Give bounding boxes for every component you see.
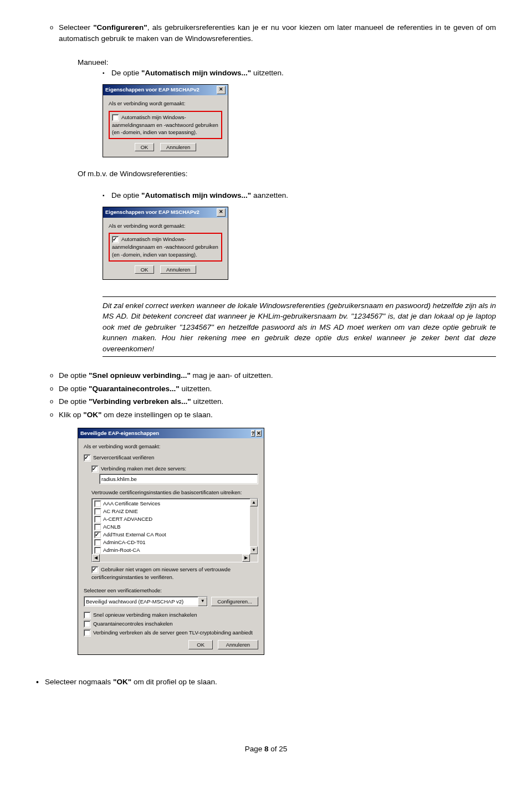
ca-list-item[interactable]: A-CERT ADVANCED bbox=[92, 515, 258, 523]
text-bold: "Quarantainecontroles..." bbox=[89, 385, 180, 393]
label-manueel: Manueel: bbox=[78, 57, 496, 68]
ok-button[interactable]: OK bbox=[135, 265, 155, 274]
checkbox-label: Servercertificaat verifiëren bbox=[93, 454, 154, 460]
checkbox-label: Gebruiker niet vragen om nieuwe servers … bbox=[91, 566, 231, 580]
text-bold: "Automatisch mijn windows..." bbox=[141, 191, 251, 199]
text-bold: "OK" bbox=[113, 678, 131, 686]
close-icon[interactable]: ✕ bbox=[256, 430, 262, 437]
trusted-ca-listbox[interactable]: AAA Certificate ServicesAC RAIZ DNIEA-CE… bbox=[91, 498, 258, 562]
verif-method-label: Selecteer een verificatiemethode: bbox=[84, 587, 258, 595]
text-bold: "Verbinding verbreken als..." bbox=[89, 397, 191, 406]
scroll-corner bbox=[250, 554, 258, 562]
bullet-selecteeer-configureren: o Selecteer "Configureren", als gebruike… bbox=[50, 22, 496, 44]
highlighted-option: Automatisch mijn Windows-aanmeldingsnaam… bbox=[109, 111, 222, 140]
checkbox-auto-windows[interactable] bbox=[112, 236, 119, 243]
checkbox-snel-opnieuw[interactable] bbox=[84, 612, 91, 619]
server-input[interactable]: radius.khlim.be bbox=[99, 474, 258, 484]
text: De optie bbox=[111, 69, 141, 77]
dialog-title: Beveiligde EAP-eigenschappen bbox=[80, 429, 159, 437]
checkbox-ca-item[interactable] bbox=[94, 500, 101, 508]
ca-item-label: AdminCA-CD-T01 bbox=[103, 539, 146, 545]
checkbox-niet-vragen[interactable] bbox=[91, 566, 99, 573]
text: De optie bbox=[111, 191, 141, 199]
note-text: Dit zal enkel correct werken wanneer de … bbox=[103, 300, 496, 355]
text-line: De optie "Automatisch mijn windows..." a… bbox=[111, 190, 496, 201]
label-ofmbv: Of m.b.v. de Windowsreferenties: bbox=[78, 168, 496, 180]
cancel-button[interactable]: Annuleren bbox=[218, 640, 258, 649]
checkbox-quarantaine[interactable] bbox=[84, 621, 91, 628]
checkbox-ca-item[interactable] bbox=[94, 547, 101, 554]
bullet-selecteer-nogmaals-ok: • Selecteer nogmaals "OK" om dit profiel… bbox=[36, 677, 496, 688]
checkbox-auto-windows[interactable] bbox=[112, 114, 119, 121]
dialog-header-text: Als er verbinding wordt gemaakt: bbox=[109, 222, 222, 230]
ca-list-item[interactable]: AC RAIZ DNIE bbox=[92, 508, 258, 515]
text-bold: "Snel opnieuw verbinding..." bbox=[89, 371, 191, 380]
close-icon[interactable]: ✕ bbox=[217, 86, 226, 94]
ok-button[interactable]: OK bbox=[135, 143, 155, 151]
checkbox-label: Verbinding verbreken als de server geen … bbox=[93, 629, 253, 636]
cancel-button[interactable]: Annuleren bbox=[160, 265, 196, 274]
text: uitzetten. bbox=[180, 385, 212, 393]
ca-list-item[interactable]: AddTrust External CA Root bbox=[92, 531, 258, 539]
checkbox-tlv[interactable] bbox=[84, 629, 91, 637]
dialog-header-text: Als er verbinding wordt gemaakt: bbox=[84, 443, 258, 450]
help-icon[interactable]: ? bbox=[251, 430, 255, 437]
verif-method-dropdown[interactable]: Beveiligd wachtwoord (EAP-MSCHAP v2) ▼ bbox=[84, 596, 208, 607]
ca-item-label: AAA Certificate Services bbox=[103, 500, 160, 506]
footer-page-num: 8 bbox=[264, 745, 269, 753]
footer-text: of bbox=[269, 745, 279, 753]
cancel-button[interactable]: Annuleren bbox=[160, 143, 196, 151]
checkbox-ca-item[interactable] bbox=[94, 516, 101, 523]
checkbox-ca-item[interactable] bbox=[94, 508, 101, 515]
text: De optie bbox=[59, 385, 89, 393]
dialog-titlebar: Beveiligde EAP-eigenschappen ?✕ bbox=[78, 428, 264, 438]
bullet-verbinding-verbreken: o De optie "Verbinding verbreken als..."… bbox=[50, 396, 496, 407]
text-bold: "Automatisch mijn windows..." bbox=[141, 69, 251, 77]
dropdown-value: Beveiligd wachtwoord (EAP-MSCHAP v2) bbox=[84, 598, 198, 606]
ok-button[interactable]: OK bbox=[188, 640, 213, 649]
text: De optie bbox=[59, 397, 89, 406]
checkbox-verbinding-servers[interactable] bbox=[91, 465, 99, 473]
checkbox-label: Automatisch mijn Windows-aanmeldingsnaam… bbox=[112, 114, 218, 136]
bullet-marker-o: o bbox=[50, 396, 59, 407]
checkbox-servercert[interactable] bbox=[84, 454, 91, 462]
ca-list-item[interactable]: ACNLB bbox=[92, 523, 258, 531]
text: Selecteer nogmaals bbox=[45, 678, 113, 686]
scroll-down-icon[interactable]: ▼ bbox=[250, 546, 258, 554]
highlighted-option: Automatisch mijn Windows-aanmeldingsnaam… bbox=[109, 233, 222, 262]
ca-list-item[interactable]: Admin-Root-CA bbox=[92, 546, 258, 554]
trusted-ca-label: Vertrouwde certificeringsinstanties die … bbox=[91, 489, 258, 496]
close-icon[interactable]: ✕ bbox=[217, 208, 226, 217]
text: mag je aan- of uitzetten. bbox=[191, 371, 273, 380]
scrollbar-horizontal[interactable]: ◀ ▶ bbox=[92, 554, 258, 562]
checkbox-ca-item[interactable] bbox=[94, 539, 101, 546]
scroll-up-icon[interactable]: ▲ bbox=[250, 499, 258, 506]
scrollbar-vertical[interactable]: ▲ ▼ bbox=[250, 499, 258, 554]
checkbox-ca-item[interactable] bbox=[94, 531, 101, 539]
dialog-titlebar: Eigenschappen voor EAP MSCHAPv2 ✕ bbox=[103, 207, 228, 218]
ca-list-item[interactable]: AAA Certificate Services bbox=[92, 500, 258, 508]
scroll-right-icon[interactable]: ▶ bbox=[242, 554, 250, 562]
separator bbox=[103, 356, 496, 357]
checkbox-ca-item[interactable] bbox=[94, 524, 101, 531]
configure-button[interactable]: Configureren... bbox=[211, 597, 258, 607]
scroll-left-icon[interactable]: ◀ bbox=[92, 554, 100, 562]
bullet-marker-o: o bbox=[50, 409, 59, 421]
text-bold: "OK" bbox=[83, 411, 101, 419]
bullet-marker-o: o bbox=[50, 383, 59, 395]
paragraph: Selecteer "Configureren", als gebruikers… bbox=[59, 22, 496, 44]
text: om dit profiel op te slaan. bbox=[131, 678, 217, 686]
ca-list-item[interactable]: AdminCA-CD-T01 bbox=[92, 539, 258, 546]
bullet-marker-dot: • bbox=[36, 677, 45, 688]
dialog-eap-mschap-checked: Eigenschappen voor EAP MSCHAPv2 ✕ Als er… bbox=[103, 207, 228, 280]
footer-total: 25 bbox=[279, 745, 287, 753]
checkbox-label: Verbinding maken met deze servers: bbox=[101, 465, 186, 472]
text: Selecteer bbox=[59, 23, 93, 32]
dialog-beveiligde-eap: Beveiligde EAP-eigenschappen ?✕ Als er v… bbox=[78, 428, 264, 655]
text: uitzetten. bbox=[251, 69, 284, 77]
text-bold: "Configureren" bbox=[93, 23, 147, 32]
ca-item-label: Admin-Root-CA bbox=[103, 547, 140, 553]
text: uitzetten. bbox=[191, 397, 224, 406]
bullet-marker-o: o bbox=[50, 370, 59, 381]
chevron-down-icon[interactable]: ▼ bbox=[198, 597, 207, 606]
